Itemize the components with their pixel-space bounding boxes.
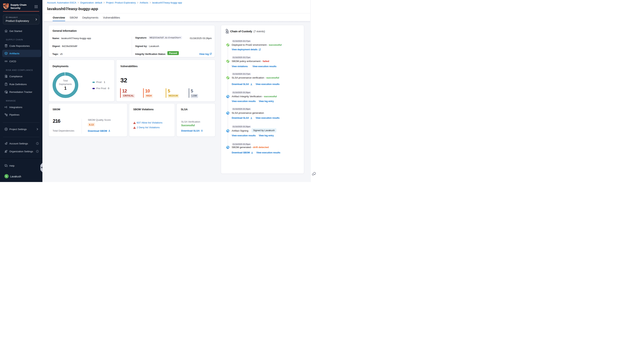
svg-text:?: ? bbox=[5, 164, 6, 166]
